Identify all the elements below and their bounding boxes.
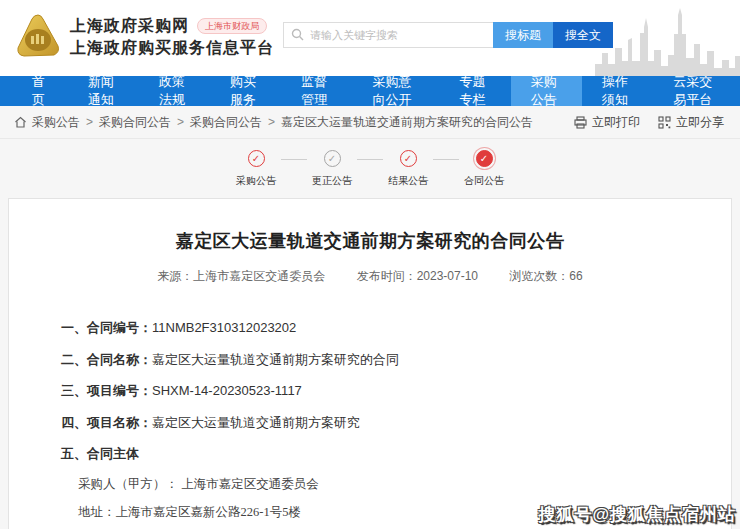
project-number-row: 三、项目编号：SHXM-14-20230523-1117 [61, 382, 679, 400]
site-logo-icon [14, 12, 62, 60]
breadcrumb-separator: > [177, 115, 184, 129]
nav-item-purchase-services[interactable]: 购买服务 [210, 76, 281, 106]
nav-item-news[interactable]: 新闻通知 [68, 76, 139, 106]
search-input[interactable] [283, 22, 493, 48]
breadcrumb-item[interactable]: 采购合同公告 [190, 114, 262, 131]
step-connector [357, 159, 383, 160]
article-body: 一、合同编号：11NMB2F310312023202 二、合同名称：嘉定区大运量… [61, 319, 679, 529]
meta-view-count: 浏览次数：66 [509, 269, 582, 283]
breadcrumb-separator: > [268, 115, 275, 129]
field-value: 11NMB2F310312023202 [152, 320, 296, 335]
field-label: 二、合同名称： [61, 352, 152, 367]
site-title: 上海政府采购网 [70, 15, 189, 37]
main-nav: 首页 新闻通知 政策法规 购买服务 监督管理 采购意向公开 专题专栏 采购公告 … [0, 76, 740, 106]
step-label: 合同公告 [464, 174, 504, 188]
meta-publish-time: 发布时间：2023-07-10 [357, 269, 478, 283]
site-header: 上海政府采购网 上海市财政局 上海政府购买服务信息平台 搜标题 搜全文 [0, 0, 740, 76]
nav-item-special-columns[interactable]: 专题专栏 [439, 76, 510, 106]
page-title: 嘉定区大运量轨道交通前期方案研究的合同公告 [61, 229, 679, 253]
breadcrumb-separator: > [86, 115, 93, 129]
search-title-button[interactable]: 搜标题 [493, 22, 553, 48]
step-check-icon: ✓ [324, 150, 341, 167]
page: 上海政府采购网 上海市财政局 上海政府购买服务信息平台 搜标题 搜全文 首页 新… [0, 0, 740, 529]
step-connector [433, 159, 459, 160]
meta-source: 来源：上海市嘉定区交通委员会 [157, 269, 325, 283]
content-panel: 嘉定区大运量轨道交通前期方案研究的合同公告 来源：上海市嘉定区交通委员会 发布时… [8, 198, 732, 529]
share-label: 立即分享 [676, 114, 724, 131]
step-contract-announcement[interactable]: ✓ 合同公告 [459, 150, 509, 188]
purchaser-row: 采购人（甲方）： 上海市嘉定区交通委员会 [78, 476, 679, 493]
breadcrumb-item[interactable]: 采购合同公告 [99, 114, 171, 131]
step-check-icon: ✓ [400, 150, 417, 167]
step-label: 采购公告 [236, 174, 276, 188]
print-button[interactable]: 立即打印 [574, 114, 640, 131]
step-label: 结果公告 [388, 174, 428, 188]
watermark: 搜狐号@搜狐焦点宿州站 [538, 503, 736, 526]
article-meta: 来源：上海市嘉定区交通委员会 发布时间：2023-07-10 浏览次数：66 [61, 268, 679, 285]
authority-badge: 上海市财政局 [197, 18, 267, 34]
field-label: 三、项目编号： [61, 383, 152, 398]
breadcrumb-current: 嘉定区大运量轨道交通前期方案研究的合同公告 [281, 114, 533, 131]
qr-code-icon [658, 116, 671, 129]
contract-parties-heading: 五、合同主体 [61, 445, 679, 463]
city-skyline-decoration [595, 6, 740, 76]
breadcrumb-row: 采购公告 > 采购合同公告 > 采购合同公告 > 嘉定区大运量轨道交通前期方案研… [0, 106, 740, 139]
field-label: 一、合同编号： [61, 320, 152, 335]
step-result-announcement[interactable]: ✓ 结果公告 [383, 150, 433, 188]
announcement-steps: ✓ 采购公告 ✓ 更正公告 ✓ 结果公告 ✓ 合同公告 [0, 139, 740, 198]
search-icon [291, 28, 304, 41]
nav-item-cloud-trading[interactable]: 云采交易平台 [653, 76, 740, 106]
step-purchase-announcement[interactable]: ✓ 采购公告 [231, 150, 281, 188]
field-value: SHXM-14-20230523-1117 [152, 383, 302, 398]
nav-item-policies[interactable]: 政策法规 [139, 76, 210, 106]
field-value: 嘉定区大运量轨道交通前期方案研究的合同 [152, 352, 399, 367]
share-button[interactable]: 立即分享 [658, 114, 724, 131]
nav-item-instructions[interactable]: 操作须知 [582, 76, 653, 106]
contract-name-row: 二、合同名称：嘉定区大运量轨道交通前期方案研究的合同 [61, 351, 679, 369]
nav-item-supervision[interactable]: 监督管理 [281, 76, 352, 106]
site-subtitle: 上海政府购买服务信息平台 [70, 37, 274, 59]
printer-icon [574, 116, 587, 129]
print-label: 立即打印 [592, 114, 640, 131]
page-tools: 立即打印 立即分享 [556, 114, 724, 131]
step-check-icon: ✓ [248, 150, 265, 167]
step-label: 更正公告 [312, 174, 352, 188]
breadcrumb: 采购公告 > 采购合同公告 > 采购合同公告 > 嘉定区大运量轨道交通前期方案研… [14, 114, 533, 131]
nav-item-home[interactable]: 首页 [12, 76, 68, 106]
contract-number-row: 一、合同编号：11NMB2F310312023202 [61, 319, 679, 337]
step-check-icon: ✓ [476, 150, 493, 167]
field-label: 四、项目名称： [61, 415, 152, 430]
nav-item-announcements[interactable]: 采购公告 [511, 76, 582, 106]
nav-item-intentions[interactable]: 采购意向公开 [353, 76, 440, 106]
field-value: 嘉定区大运量轨道交通前期方案研究 [152, 415, 360, 430]
search-bar: 搜标题 搜全文 [283, 22, 613, 48]
step-correction-announcement[interactable]: ✓ 更正公告 [307, 150, 357, 188]
site-brand: 上海政府采购网 上海市财政局 上海政府购买服务信息平台 [70, 15, 274, 59]
breadcrumb-item[interactable]: 采购公告 [32, 114, 80, 131]
project-name-row: 四、项目名称：嘉定区大运量轨道交通前期方案研究 [61, 414, 679, 432]
home-icon [14, 116, 27, 129]
step-connector [281, 159, 307, 160]
